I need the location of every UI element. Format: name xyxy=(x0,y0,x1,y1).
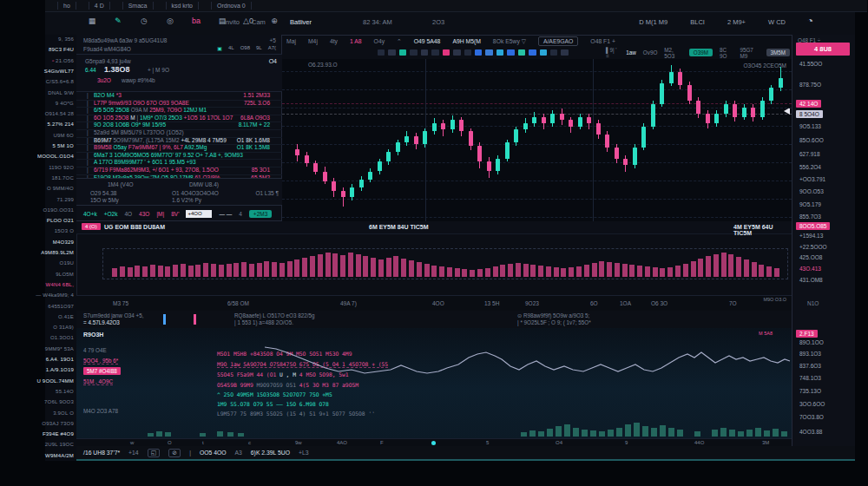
sidebar-item[interactable]: 55.14O xyxy=(56,389,74,394)
sidebar-item[interactable]: O914.54 28 xyxy=(45,111,74,116)
sidebar-item[interactable]: 5 5M 1O xyxy=(53,143,74,148)
sidebar-item[interactable]: W9M4A/2M xyxy=(45,453,74,458)
mini-tool-chip[interactable] xyxy=(464,49,471,56)
sidebar-item[interactable]: 15O3 O xyxy=(55,228,74,233)
sidebar-item[interactable]: 3.9OL O xyxy=(53,410,74,416)
top-tab[interactable]: ksd krto xyxy=(166,2,200,10)
sidebar-item[interactable]: PLOO O21 xyxy=(47,218,74,223)
sidebar-item[interactable]: 9 4O*G xyxy=(56,101,74,106)
price-axis[interactable]: O48 F1 ÷ 41.55OO878.75O42 14O8 5O4O9O5.1… xyxy=(792,35,855,461)
invite-button[interactable]: Invito xyxy=(224,18,240,26)
mini-tool-chip[interactable] xyxy=(496,49,503,56)
candlestick-chart[interactable]: O6.23.93.O O3O45 2CEO5M xyxy=(282,59,792,221)
sidebar-item[interactable]: 9LO5M xyxy=(56,272,74,277)
top-tab[interactable]: Ordnova 0 xyxy=(211,2,252,10)
layout-grid-icon[interactable]: ▦ xyxy=(85,16,99,25)
sidebar-item[interactable]: MOOOL.O1O4 xyxy=(37,154,74,159)
mini-tool-chip[interactable] xyxy=(561,49,568,56)
mini-tool-chip[interactable] xyxy=(507,49,514,56)
mini-tool-chip[interactable] xyxy=(475,49,482,56)
sidebar-item[interactable]: DNAL 9/W xyxy=(48,90,74,95)
mini-tool-chip[interactable] xyxy=(485,49,492,56)
sidebar-item[interactable]: 2U9L 19OC xyxy=(45,442,74,447)
sidebar-item[interactable]: O1.3OO1 xyxy=(50,335,74,340)
top-tab[interactable]: Smaca xyxy=(122,2,154,10)
top-tab[interactable]: ho xyxy=(57,2,76,10)
col-a7-icon[interactable]: A7( xyxy=(268,45,276,51)
sidebar-item[interactable]: O93AJ 73O9 xyxy=(42,421,74,426)
footer-tool-icon[interactable]: ◱ xyxy=(148,449,161,457)
toolbar-right-item[interactable]: D M(1 M9 xyxy=(639,18,667,26)
sidebar-item[interactable]: M4O329 xyxy=(53,240,74,245)
sidebar-item[interactable]: 181.7OC xyxy=(52,175,74,181)
mini-tool-chip[interactable] xyxy=(540,49,547,56)
sidebar-item[interactable]: 9MM9* 53A xyxy=(45,346,74,351)
mini-tool-chip[interactable] xyxy=(388,49,395,56)
chart-header-item[interactable]: ⌃ xyxy=(397,38,402,45)
clock-icon[interactable]: ◷ xyxy=(137,16,151,25)
sidebar-item[interactable]: O19U xyxy=(60,260,74,266)
chart-header-item[interactable]: 1 A8 xyxy=(350,38,362,44)
toolbar-right-item[interactable]: 2 M9+ xyxy=(727,18,746,26)
mini-tool-chip[interactable] xyxy=(443,49,450,56)
sidebar-item[interactable]: — W4ka9M9; 4 xyxy=(36,292,74,298)
sidebar-item[interactable]: 71.299 xyxy=(56,197,74,202)
scroll-dot[interactable] xyxy=(431,441,436,445)
gauge-icon[interactable]: ◔ xyxy=(807,15,813,27)
sidebar-item[interactable]: O19O.OO31 xyxy=(43,207,74,213)
chart-header-item[interactable]: M4j xyxy=(308,38,318,44)
chart-header-item[interactable]: 4ty xyxy=(330,38,338,44)
time-axis[interactable]: M9O O3.O M3 756/58 OM49A 7)4OO13 5H9O236… xyxy=(76,295,792,312)
draw-pencil-icon[interactable]: ✎ xyxy=(111,16,125,25)
sidebar-item[interactable]: 9, 356 xyxy=(58,36,74,42)
chart-header-item[interactable]: A9H M5(M xyxy=(452,38,480,44)
toolbar-right-item[interactable]: BLCI xyxy=(690,18,705,26)
globe-icon[interactable]: ⊕ xyxy=(267,16,281,25)
chart-header-item[interactable]: 8Ok E5wy ▽ xyxy=(493,38,526,45)
volume-histogram[interactable] xyxy=(102,248,788,279)
sidebar-item[interactable]: O 31A9) xyxy=(53,325,74,330)
sidebar-item[interactable]: U 9OOL.74MM xyxy=(36,378,74,384)
footer-tool-icon[interactable]: ⊘ xyxy=(168,449,181,457)
top-tab[interactable]: 4 D xyxy=(89,2,110,10)
sidebar-item[interactable]: O.41E xyxy=(58,314,74,319)
sidebar-item[interactable]: 7O6L 9OO3 xyxy=(44,399,74,404)
sidebar-item[interactable]: 64551O97 xyxy=(48,304,74,309)
sidebar-item[interactable]: 89C3 F4U xyxy=(49,47,74,52)
mini-tool-chip[interactable] xyxy=(431,49,438,56)
sidebar-item[interactable]: 5.27% 214 xyxy=(48,122,75,127)
sidebar-item[interactable]: W4N4 6BL, xyxy=(46,282,74,287)
grid-mini-icon[interactable]: ▣ xyxy=(217,45,222,51)
mini-tool-chip[interactable] xyxy=(453,49,460,56)
mini-tool-chip[interactable] xyxy=(378,49,385,56)
col-o98-icon[interactable]: O98 xyxy=(240,45,250,51)
sidebar-item[interactable]: F394E #4O9 xyxy=(43,431,74,437)
indicator-select[interactable]: A/AE9GAO xyxy=(538,36,578,46)
sidebar-item[interactable]: A9M89.9L2M xyxy=(41,250,74,255)
buy-button[interactable]: 4 8U8 xyxy=(796,43,850,56)
sidebar-item[interactable]: O 9MM/4O xyxy=(47,186,74,191)
sidebar-item[interactable]: 6.A4. 19O1 xyxy=(46,357,74,362)
sidebar-item[interactable]: C/S5.6=6.8 xyxy=(46,79,74,84)
mini-tool-chip[interactable] xyxy=(410,49,417,56)
sidebar-item[interactable]: ▫ 21.O56 xyxy=(52,58,74,63)
chart-header-item[interactable]: O48 F1 + xyxy=(590,38,615,44)
mini-tool-chip[interactable] xyxy=(550,49,557,56)
mini-tool-chip[interactable] xyxy=(399,49,406,56)
indicator-panel[interactable]: R9O3H M 5A8 4 79 O4E5OO4 , 95b 6*5M7 #O4… xyxy=(76,328,792,438)
mini-tool-chip[interactable] xyxy=(518,49,525,56)
col-4l-icon[interactable]: 4L xyxy=(228,45,234,51)
can-button[interactable]: Cam xyxy=(252,18,266,26)
quantity-input[interactable] xyxy=(186,210,212,218)
col-9l-icon[interactable]: 9L xyxy=(256,45,262,51)
lab-icon[interactable]: ba xyxy=(189,16,203,25)
sidebar-item[interactable]: 1.A/9.1O19 xyxy=(46,367,74,372)
confirm-chip-button[interactable]: +2M3 xyxy=(249,210,272,218)
chart-header-item[interactable]: O49 5A48 xyxy=(414,38,441,44)
mini-tool-chip[interactable] xyxy=(421,49,428,56)
sidebar-item[interactable]: 119O 92O xyxy=(49,165,74,170)
sidebar-item[interactable]: U9M 6O xyxy=(53,133,74,138)
chart-header-item[interactable]: Maj xyxy=(286,38,296,44)
circle-tool-icon[interactable]: ◎ xyxy=(163,16,177,25)
mini-tool-chip[interactable] xyxy=(529,49,536,56)
